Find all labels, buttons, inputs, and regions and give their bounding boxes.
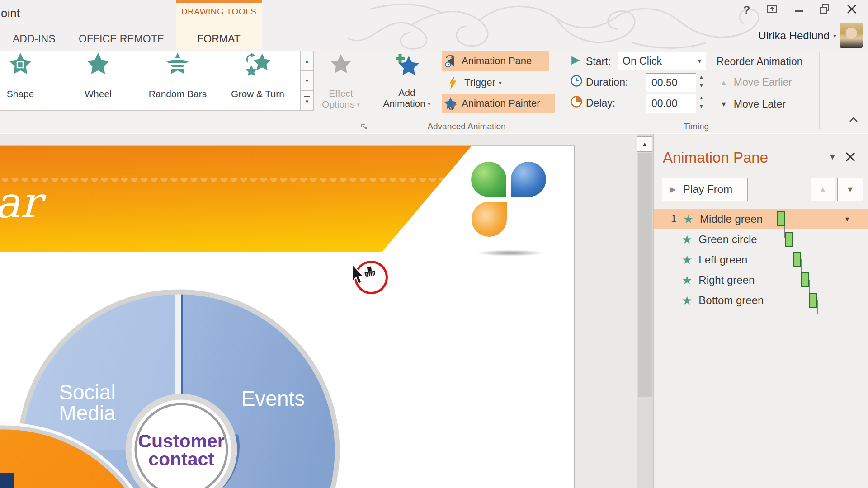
animation-pane-button[interactable]: Animation Pane xyxy=(442,51,549,71)
star-icon: ★ xyxy=(682,234,692,245)
segment-label-social-line1: Social xyxy=(59,380,115,404)
gallery-more-button[interactable]: ▾ xyxy=(300,90,314,110)
delay-input[interactable]: 00.00 xyxy=(646,94,696,113)
gallery-scroll-up-button[interactable]: ▴ xyxy=(300,51,314,70)
pane-close-icon[interactable] xyxy=(844,151,856,163)
segment-label-events: Events xyxy=(241,387,305,410)
scrollbar-up-button[interactable]: ▲ xyxy=(637,136,652,152)
random-bars-animation-star-icon xyxy=(165,52,190,78)
animation-item-left-green[interactable]: ★ Left green xyxy=(654,249,868,270)
effect-options-star-icon xyxy=(330,54,352,76)
advanced-animation-dialog-launcher-icon[interactable] xyxy=(361,123,368,131)
timeline-tick xyxy=(793,239,793,253)
start-label: Start: xyxy=(586,56,611,68)
tab-format[interactable]: FORMAT xyxy=(176,29,262,49)
user-avatar[interactable] xyxy=(840,23,863,48)
play-icon: ▶ xyxy=(670,184,676,194)
animation-item-bottom-green[interactable]: ★ Bottom green xyxy=(654,290,868,310)
pane-menu-caret-icon[interactable]: ▼ xyxy=(829,153,836,162)
group-separator xyxy=(562,52,562,129)
start-dropdown-value: On Click xyxy=(623,55,662,67)
timeline-bar[interactable] xyxy=(809,293,817,308)
star-icon: ★ xyxy=(682,254,692,266)
help-icon[interactable]: ? xyxy=(743,4,750,17)
delay-clock-icon xyxy=(570,95,583,108)
animation-item-middle-green[interactable]: 1 ★ Middle green ▾ xyxy=(654,209,868,229)
add-animation-label-line1: Add xyxy=(398,87,415,98)
animation-item-right-green[interactable]: ★ Right green xyxy=(654,270,868,290)
logo-petal-orange[interactable] xyxy=(472,202,507,237)
reorder-down-button[interactable]: ▼ xyxy=(837,178,863,201)
grow-and-turn-animation-icon xyxy=(245,52,270,78)
tab-add-ins[interactable]: ADD-INS xyxy=(6,29,62,49)
add-animation-button[interactable]: Add Animation ▾ xyxy=(379,51,435,131)
gallery-item-random-bars[interactable]: Random Bars xyxy=(144,52,212,109)
scrollbar-thumb[interactable] xyxy=(638,153,652,397)
item-caret-down-icon[interactable]: ▾ xyxy=(845,215,849,223)
logo-petal-blue[interactable] xyxy=(511,162,546,197)
gallery-item-shape[interactable]: Shape xyxy=(0,52,54,109)
restore-icon[interactable] xyxy=(819,4,830,14)
triangle-down-icon: ▼ xyxy=(846,185,854,194)
timeline-tick xyxy=(784,226,785,238)
reorder-up-button[interactable]: ▲ xyxy=(811,178,835,201)
triangle-up-icon: ▲ xyxy=(642,141,648,148)
timeline-bar[interactable] xyxy=(801,272,809,287)
timeline-tick xyxy=(801,259,802,273)
gallery-item-wheel[interactable]: Wheel xyxy=(64,52,132,109)
effect-options-label-line1: Effect xyxy=(329,88,353,99)
spinner-down-icon: ▼ xyxy=(699,83,704,89)
move-earlier-label: Move Earlier xyxy=(734,76,792,89)
move-later-button[interactable]: ▼ Move Later xyxy=(720,98,786,110)
animation-painter-button[interactable]: Animation Painter xyxy=(442,94,555,113)
move-earlier-icon: ▲ xyxy=(720,79,727,87)
ribbon-display-options-icon[interactable] xyxy=(767,5,778,14)
close-icon[interactable] xyxy=(846,4,857,14)
animation-painter-icon xyxy=(443,96,458,111)
contextual-tab-accent-strip xyxy=(176,0,262,3)
timeline-bar[interactable] xyxy=(777,211,785,226)
minimize-icon[interactable] xyxy=(795,10,804,13)
user-caret-icon: ▾ xyxy=(833,32,836,39)
add-animation-icon xyxy=(395,53,419,77)
play-from-button[interactable]: ▶ Play From xyxy=(662,178,748,201)
effect-options-label-line2: Options xyxy=(322,99,354,110)
animation-item-label: Bottom green xyxy=(698,294,764,307)
ribbon: Shape Wheel Random Bars xyxy=(0,50,868,133)
user-account[interactable]: Ulrika Hedlund ▾ xyxy=(723,25,836,46)
gallery-item-random-bars-label: Random Bars xyxy=(149,89,207,99)
logo-petal-green[interactable] xyxy=(471,162,506,197)
animation-item-green-circle[interactable]: ★ Green circle xyxy=(654,229,868,249)
banner-script-text: ar xyxy=(0,178,41,227)
effect-options-button[interactable]: Effect Options ▾ xyxy=(317,51,364,131)
start-dropdown[interactable]: On Click ▾ xyxy=(618,52,706,70)
gallery-item-shape-label: Shape xyxy=(7,89,34,99)
delay-value: 00.00 xyxy=(651,98,678,110)
delay-spinner[interactable]: ▲ ▼ xyxy=(699,95,704,109)
animation-pane-title: Animation Pane xyxy=(663,149,768,166)
duration-spinner[interactable]: ▲ ▼ xyxy=(699,74,704,89)
trigger-button-label: Trigger xyxy=(464,77,495,89)
gallery-item-grow-turn[interactable]: Grow & Turn xyxy=(224,52,292,109)
trigger-lightning-icon xyxy=(448,76,458,89)
segment-label-social-line2: Media xyxy=(59,401,116,425)
advanced-animation-group-label: Advanced Animation xyxy=(407,122,526,131)
drawing-tools-contextual-tab: DRAWING TOOLS FORMAT xyxy=(176,0,262,50)
timeline-bar[interactable] xyxy=(793,252,801,267)
customer-contact-wheel[interactable]: Social Media Events Customer contact xyxy=(0,271,362,488)
contextual-tab-title: DRAWING TOOLS xyxy=(176,5,262,19)
gallery-scroll-down-button[interactable]: ▾ xyxy=(300,70,314,90)
banner-shape[interactable]: ar xyxy=(0,146,472,252)
timeline-tick xyxy=(793,247,793,258)
tab-office-remote[interactable]: OFFICE REMOTE xyxy=(72,29,170,49)
collapse-ribbon-chevron-icon[interactable] xyxy=(848,116,859,124)
caret-up-icon: ▴ xyxy=(306,57,309,64)
caret-down-icon: ▾ xyxy=(499,80,502,86)
powerpoint-window: oint ? Ulrika Hedlund ▾ DRAWING TOOLS xyxy=(0,0,868,488)
trigger-button[interactable]: Trigger ▾ xyxy=(442,74,532,92)
animation-item-label: Left green xyxy=(698,253,747,266)
caret-down-icon: ▾ xyxy=(698,57,701,65)
duration-input[interactable]: 00.50 xyxy=(646,73,696,92)
move-earlier-button[interactable]: ▲ Move Earlier xyxy=(720,76,792,89)
timeline-bar[interactable] xyxy=(785,232,793,247)
